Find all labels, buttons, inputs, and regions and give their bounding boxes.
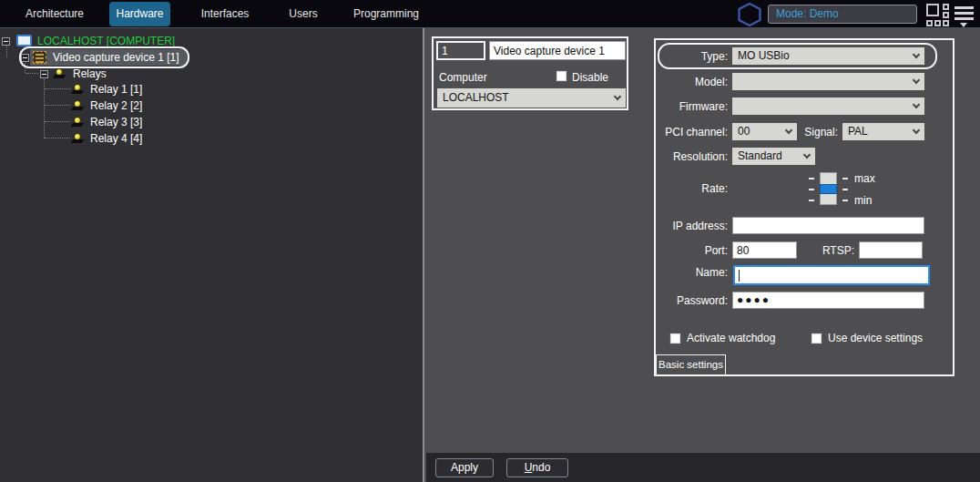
tree-item-relay-4[interactable]: Relay 4 [4] [0,131,419,147]
computer-select-value: LOCALHOST [443,88,509,108]
device-identity-box: Computer Disable LOCALHOST [432,36,628,110]
name-input[interactable] [733,265,930,285]
screen-layout-icon[interactable] [926,4,950,26]
chevron-down-icon [803,151,811,159]
port-input[interactable] [732,241,797,259]
password-label: Password: [656,294,732,307]
action-button-bar: Apply Undo [426,453,980,482]
device-settings-panel: Type: MO USBio Model: Firmware: [654,38,954,376]
apply-button[interactable]: Apply [435,458,494,477]
relay-icon [72,133,85,145]
capture-device-icon [33,51,46,64]
type-select-value: MO USBio [738,47,790,65]
name-label: Name: [656,266,732,279]
type-label: Type: [656,50,732,63]
signal-value: PAL [848,123,868,140]
model-label: Model: [656,76,732,88]
tree-item-label[interactable]: Relay 2 [2] [90,98,142,114]
tree-item-relays-group[interactable]: Relays [0,67,419,82]
computer-icon [16,35,32,46]
relay-icon [54,68,66,80]
tree-item-relay-3[interactable]: Relay 3 [3] [0,115,419,130]
type-select[interactable]: MO USBio [732,47,924,65]
chevron-down-icon [785,127,792,134]
password-input[interactable]: ●●●● [732,292,924,309]
tab-architecture[interactable]: Architecture [16,2,93,26]
collapse-icon[interactable] [40,70,48,78]
firmware-select[interactable] [732,97,924,115]
app-window: Architecture Hardware Interfaces Users P… [0,0,980,482]
collapse-icon[interactable] [21,54,29,62]
firmware-label: Firmware: [656,100,732,113]
resolution-value: Standard [738,148,782,165]
settings-content-area: Computer Disable LOCALHOST Type: MO USBi… [426,28,980,482]
rate-label: Rate: [656,182,732,195]
mode-field[interactable]: Mode: Demo [768,5,917,24]
pci-channel-select[interactable]: 00 [732,123,797,140]
rate-slider[interactable]: max min [807,170,925,207]
use-device-settings-label: Use device settings [828,332,923,344]
tree-item-label[interactable]: Relay 3 [3] [90,115,142,130]
computer-select[interactable]: LOCALHOST [437,88,626,108]
tree-item-video-capture-device[interactable]: Video capture device 1 [1] [0,50,419,66]
relay-icon [72,100,85,112]
tree-item-label[interactable]: Relay 1 [1] [90,82,142,97]
rtsp-label: RTSP: [797,244,859,257]
collapse-icon[interactable] [2,37,10,46]
model-select[interactable] [732,73,924,90]
relay-icon [72,117,85,128]
chevron-down-icon [614,93,621,100]
tree-item-relay-2[interactable]: Relay 2 [2] [0,98,419,114]
top-menu-bar: Architecture Hardware Interfaces Users P… [0,0,980,28]
ip-address-input[interactable] [732,217,924,234]
ip-address-label: IP address: [656,220,732,232]
hardware-tree-panel: LOCALHOST [COMPUTER] Video capture devic… [0,28,424,482]
port-label: Port: [656,244,732,257]
tree-item-label[interactable]: LOCALHOST [COMPUTER] [37,34,175,49]
use-device-settings-checkbox[interactable] [811,333,822,344]
device-id-input[interactable] [436,41,485,60]
tab-basic-settings[interactable]: Basic settings [656,354,726,374]
tree-item-relay-1[interactable]: Relay 1 [1] [0,82,419,97]
tab-programming[interactable]: Programming [347,2,425,26]
chevron-down-icon [913,51,920,58]
hexagon-logo-icon [737,3,762,29]
tree-item-label[interactable]: Video capture device 1 [1] [53,50,179,66]
computer-label: Computer [439,71,487,84]
text-caret [739,270,740,282]
undo-button[interactable]: Undo [506,458,568,477]
chevron-down-icon [913,127,920,134]
rtsp-input[interactable] [859,241,923,259]
tab-interfaces[interactable]: Interfaces [190,2,260,26]
resolution-label: Resolution: [656,150,732,163]
tab-hardware[interactable]: Hardware [109,2,170,26]
rate-max-label: max [854,172,875,185]
chevron-down-icon [913,101,920,108]
activate-watchdog-checkbox[interactable] [669,333,681,344]
resolution-select[interactable]: Standard [732,148,815,165]
menu-hamburger-icon[interactable] [954,6,974,23]
relay-icon [72,84,85,96]
chevron-down-icon [913,77,920,84]
disable-checkbox[interactable] [556,70,567,82]
pci-channel-label: PCI channel: [656,126,732,138]
signal-label: Signal: [797,126,842,138]
tree-item-label[interactable]: Relay 4 [4] [90,131,142,147]
pci-channel-value: 00 [738,123,750,140]
device-name-input[interactable] [489,41,626,60]
rate-slider-thumb[interactable] [820,184,837,194]
tree-item-label[interactable]: Relays [73,67,107,82]
rate-min-label: min [854,194,872,207]
tree-item-localhost[interactable]: LOCALHOST [COMPUTER] [0,34,419,49]
disable-label: Disable [572,71,608,84]
signal-select[interactable]: PAL [842,123,924,140]
activate-watchdog-label: Activate watchdog [687,332,775,344]
tab-users[interactable]: Users [278,2,329,26]
